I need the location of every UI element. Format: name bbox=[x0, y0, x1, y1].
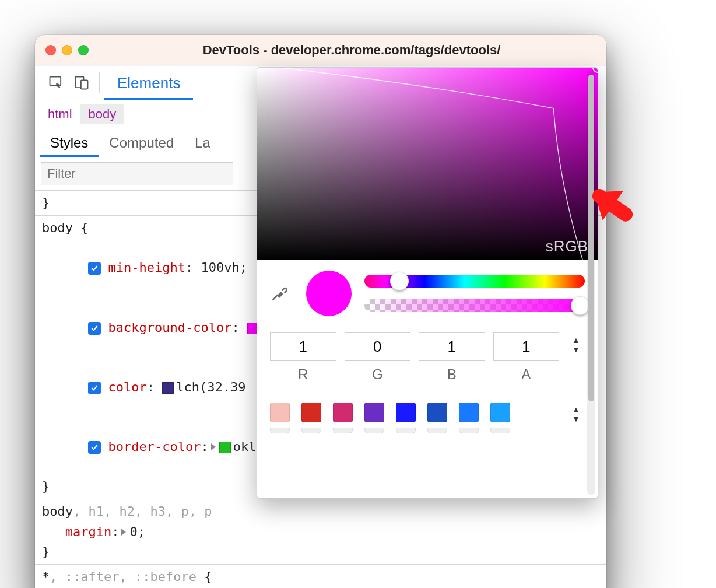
gamut-label: sRGB bbox=[546, 237, 588, 256]
checkbox-icon[interactable] bbox=[88, 382, 101, 394]
channel-b-input[interactable] bbox=[419, 332, 485, 360]
eyedropper-icon[interactable] bbox=[270, 282, 293, 305]
minimize-window-button[interactable] bbox=[62, 45, 72, 55]
palette-swatch[interactable] bbox=[270, 402, 290, 422]
device-toggle-icon[interactable] bbox=[69, 70, 94, 96]
channel-g-input[interactable] bbox=[345, 332, 411, 360]
svg-rect-2 bbox=[81, 80, 88, 89]
saturation-value-area[interactable]: sRGB bbox=[257, 68, 598, 260]
selector-universal[interactable]: *, ::after, ::before { bbox=[42, 567, 599, 587]
chevron-up-icon: ▲ bbox=[572, 405, 580, 414]
window-title-prefix: DevTools - bbox=[203, 43, 271, 57]
rgba-inputs: R G B A ▲ ▼ bbox=[257, 322, 598, 391]
devtools-window: DevTools - developer.chrome.com/tags/dev… bbox=[35, 35, 606, 588]
channel-r-input[interactable] bbox=[270, 332, 336, 360]
hue-thumb[interactable] bbox=[390, 272, 409, 290]
channel-r-label: R bbox=[270, 366, 336, 383]
channel-a-label: A bbox=[493, 366, 560, 383]
decl-margin[interactable]: margin:0; bbox=[42, 522, 599, 542]
palette-swatch[interactable] bbox=[490, 402, 510, 422]
tab-computed[interactable]: Computed bbox=[99, 128, 184, 157]
color-picker: sRGB R bbox=[257, 67, 598, 499]
palette-stepper[interactable]: ▲ ▼ bbox=[567, 402, 585, 423]
tab-styles[interactable]: Styles bbox=[40, 128, 99, 157]
close-window-button[interactable] bbox=[45, 45, 56, 55]
picker-scrollbar[interactable] bbox=[587, 71, 595, 495]
chevron-up-icon: ▲ bbox=[572, 336, 580, 344]
expand-icon[interactable] bbox=[121, 528, 126, 536]
palette-swatch[interactable] bbox=[396, 428, 416, 433]
color-swatch[interactable] bbox=[219, 442, 231, 453]
selector-body-headings[interactable]: body, h1, h2, h3, p, p bbox=[42, 502, 599, 522]
window-title-path: developer.chrome.com/tags/devtools/ bbox=[271, 43, 501, 57]
channel-g-label: G bbox=[345, 366, 411, 383]
palette-swatch[interactable] bbox=[364, 402, 384, 422]
brace-close: } bbox=[42, 544, 50, 559]
palette-row: ▲ ▼ bbox=[257, 391, 598, 428]
gamut-boundary bbox=[257, 68, 598, 260]
palette-swatch[interactable] bbox=[427, 428, 447, 433]
brace-close: } bbox=[42, 479, 50, 494]
zoom-window-button[interactable] bbox=[78, 45, 89, 55]
palette-swatch[interactable] bbox=[301, 428, 321, 433]
checkbox-icon[interactable] bbox=[88, 322, 101, 335]
chevron-down-icon: ▼ bbox=[572, 415, 580, 423]
color-format-stepper[interactable]: ▲ ▼ bbox=[567, 332, 585, 354]
palette-swatch[interactable] bbox=[333, 402, 353, 422]
toolbar-separator bbox=[99, 72, 100, 93]
tab-elements[interactable]: Elements bbox=[104, 66, 193, 100]
color-swatch[interactable] bbox=[162, 382, 174, 394]
palette-swatch[interactable] bbox=[490, 428, 510, 433]
expand-icon[interactable] bbox=[211, 443, 216, 450]
palette-row-lower bbox=[257, 428, 598, 444]
chevron-down-icon: ▼ bbox=[572, 345, 580, 354]
hue-slider[interactable] bbox=[364, 275, 585, 288]
palette-swatch[interactable] bbox=[301, 402, 321, 422]
tab-layout[interactable]: La bbox=[184, 128, 221, 157]
alpha-slider[interactable] bbox=[364, 299, 585, 312]
inspect-element-icon[interactable] bbox=[43, 70, 69, 96]
traffic-lights bbox=[45, 45, 89, 55]
palette-swatch[interactable] bbox=[364, 428, 384, 433]
palette-swatch[interactable] bbox=[396, 402, 416, 422]
channel-a-input[interactable] bbox=[493, 332, 560, 360]
breadcrumb-item-body[interactable]: body bbox=[80, 104, 125, 124]
filter-input[interactable] bbox=[41, 162, 233, 186]
palette-swatch[interactable] bbox=[333, 428, 353, 433]
breadcrumb-item-html[interactable]: html bbox=[40, 104, 80, 124]
palette-swatch[interactable] bbox=[270, 428, 290, 433]
checkbox-icon[interactable] bbox=[88, 441, 101, 454]
titlebar: DevTools - developer.chrome.com/tags/dev… bbox=[35, 35, 606, 65]
channel-b-label: B bbox=[419, 366, 485, 383]
window-title: DevTools - developer.chrome.com/tags/dev… bbox=[107, 43, 596, 58]
selector-body[interactable]: body { bbox=[42, 220, 88, 235]
brace-close: } bbox=[42, 195, 50, 210]
palette-swatch[interactable] bbox=[459, 428, 479, 433]
color-preview bbox=[306, 271, 352, 316]
palette-swatch[interactable] bbox=[427, 402, 447, 422]
palette-swatch[interactable] bbox=[459, 402, 479, 422]
checkbox-icon[interactable] bbox=[88, 262, 101, 275]
